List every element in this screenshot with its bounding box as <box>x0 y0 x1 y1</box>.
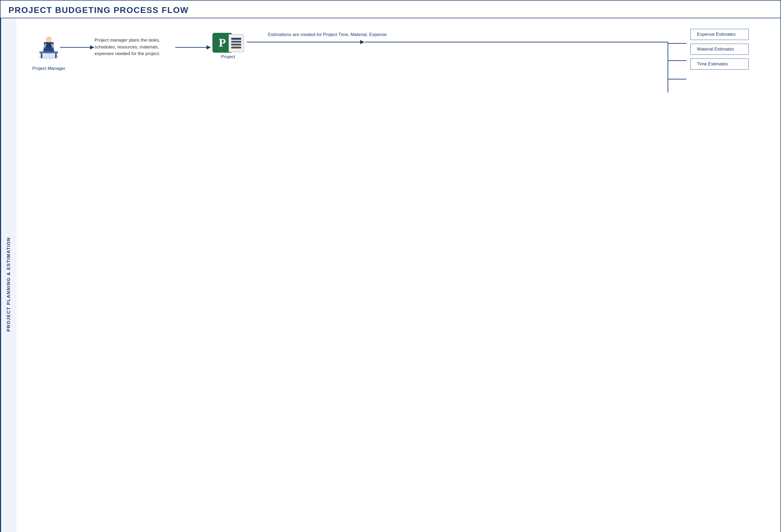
material-estimate-box: Material Estimates <box>690 44 749 55</box>
l1-person-icon <box>36 34 62 64</box>
svg-point-7 <box>46 37 52 42</box>
l1-actor: Project Manager <box>32 34 66 71</box>
l1-project-icon: P Project <box>212 33 244 59</box>
svg-rect-2 <box>41 53 42 58</box>
svg-rect-3 <box>55 53 57 58</box>
l1-arrow1 <box>16 18 780 532</box>
svg-marker-12 <box>90 45 94 49</box>
l1-arrow2 <box>16 18 780 532</box>
l1-estimates-lines <box>16 18 780 532</box>
lane1-inner: Project Manager Project manager plans th… <box>16 18 780 532</box>
l1-project-label: Project <box>221 54 235 59</box>
page-title: PROJECT BUDGETING PROCESS FLOW <box>1 1 780 18</box>
flow-container: PROJECT PLANNING & ESTIMATION <box>1 18 780 532</box>
l1-estim-text: Estimations are created for Project Time… <box>268 32 387 38</box>
expense-estimate-box: Expense Estimates <box>690 29 749 40</box>
l1-desc: Project manager plans the tasks, schedul… <box>94 37 169 57</box>
lane-label-planning: PROJECT PLANNING & ESTIMATION <box>1 18 16 532</box>
time-estimate-box: Time Estimates <box>690 58 749 70</box>
svg-marker-16 <box>360 40 364 44</box>
lane-planning: PROJECT PLANNING & ESTIMATION <box>1 18 780 532</box>
l1-arrow3 <box>16 18 780 532</box>
svg-rect-8 <box>46 42 51 48</box>
l1-estimates: Expense Estimates Material Estimates Tim… <box>690 29 749 70</box>
l1-actor-label: Project Manager <box>32 66 66 71</box>
svg-marker-14 <box>207 45 211 49</box>
page: PROJECT BUDGETING PROCESS FLOW PROJECT P… <box>0 0 781 532</box>
